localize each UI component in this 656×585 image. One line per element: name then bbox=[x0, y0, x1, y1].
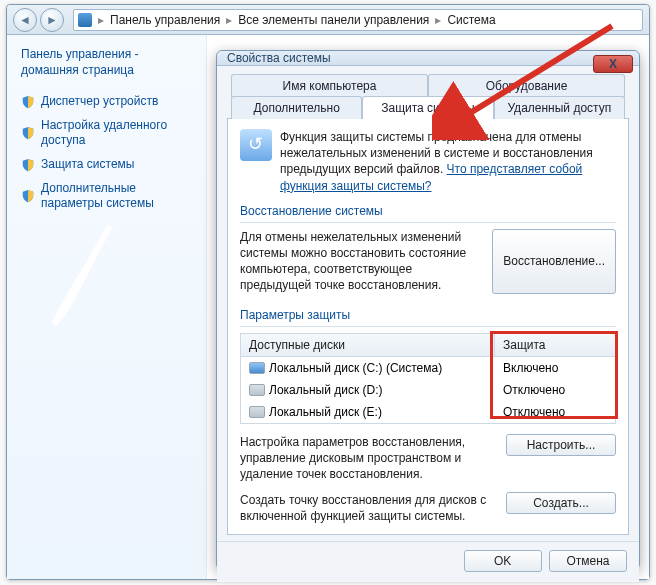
restore-description: Для отмены нежелательных изменений систе… bbox=[240, 229, 484, 294]
tab-strip: Имя компьютера Оборудование Дополнительн… bbox=[227, 74, 629, 119]
system-properties-dialog: Свойства системы X Имя компьютера Оборуд… bbox=[216, 50, 640, 570]
address-bar[interactable]: ▸ Панель управления ▸ Все элементы панел… bbox=[73, 9, 643, 31]
titlebar: ◄ ► ▸ Панель управления ▸ Все элементы п… bbox=[7, 5, 649, 35]
intro-row: Функция защиты системы предназначена для… bbox=[240, 129, 616, 194]
chevron-right-icon: ▸ bbox=[433, 13, 443, 27]
drive-table-header: Доступные диски Защита bbox=[241, 334, 615, 357]
dialog-body: Имя компьютера Оборудование Дополнительн… bbox=[217, 66, 639, 541]
chevron-right-icon: ▸ bbox=[96, 13, 106, 27]
chevron-right-icon: ▸ bbox=[224, 13, 234, 27]
tab-computer-name[interactable]: Имя компьютера bbox=[231, 74, 428, 97]
dialog-title: Свойства системы bbox=[227, 51, 331, 65]
sidebar-item-device-manager[interactable]: Диспетчер устройств bbox=[21, 94, 192, 109]
nav-back-button[interactable]: ◄ bbox=[13, 8, 37, 32]
restore-row: Для отмены нежелательных изменений систе… bbox=[240, 229, 616, 294]
create-description: Создать точку восстановления для дисков … bbox=[240, 492, 498, 524]
dialog-titlebar: Свойства системы X bbox=[217, 51, 639, 66]
tab-advanced[interactable]: Дополнительно bbox=[231, 96, 362, 119]
drive-status: Включено bbox=[495, 359, 615, 377]
drive-table: Доступные диски Защита Локальный диск (C… bbox=[240, 333, 616, 424]
drive-icon bbox=[249, 384, 265, 396]
tab-system-protection[interactable]: Защита системы bbox=[362, 96, 493, 119]
column-protection: Защита bbox=[495, 334, 615, 356]
restore-button[interactable]: Восстановление... bbox=[492, 229, 616, 294]
sidebar-item-remote[interactable]: Настройка удаленного доступа bbox=[21, 118, 192, 148]
configure-description: Настройка параметров восстановления, упр… bbox=[240, 434, 498, 483]
sidebar-item-system-protection[interactable]: Защита системы bbox=[21, 157, 192, 172]
sidebar-link: Дополнительные параметры системы bbox=[41, 181, 192, 211]
drive-name: Локальный диск (D:) bbox=[269, 383, 383, 397]
divider bbox=[240, 222, 616, 223]
tab-content: Функция защиты системы предназначена для… bbox=[227, 119, 629, 535]
restore-group-label: Восстановление системы bbox=[240, 204, 616, 218]
sidebar: Панель управления - домашняя страница Ди… bbox=[7, 35, 207, 579]
close-button[interactable]: X bbox=[593, 55, 633, 73]
table-row[interactable]: Локальный диск (D:) Отключено bbox=[241, 379, 615, 401]
create-row: Создать точку восстановления для дисков … bbox=[240, 492, 616, 524]
restore-icon bbox=[240, 129, 272, 161]
sidebar-title: Панель управления - домашняя страница bbox=[21, 47, 192, 78]
drive-status: Отключено bbox=[495, 403, 615, 421]
ok-button[interactable]: OK bbox=[464, 550, 542, 572]
breadcrumb-item[interactable]: Система bbox=[443, 13, 499, 27]
configure-row: Настройка параметров восстановления, упр… bbox=[240, 434, 616, 483]
intro-text: Функция защиты системы предназначена для… bbox=[280, 129, 616, 194]
protection-group-label: Параметры защиты bbox=[240, 308, 616, 322]
sidebar-link: Диспетчер устройств bbox=[41, 94, 158, 109]
table-row[interactable]: Локальный диск (C:) (Система) Включено bbox=[241, 357, 615, 379]
drive-status: Отключено bbox=[495, 381, 615, 399]
cancel-button[interactable]: Отмена bbox=[549, 550, 627, 572]
tab-remote-access[interactable]: Удаленный доступ bbox=[494, 96, 625, 119]
nav-forward-button[interactable]: ► bbox=[40, 8, 64, 32]
dialog-footer: OK Отмена bbox=[217, 541, 639, 582]
shield-icon bbox=[21, 189, 35, 203]
breadcrumb-item[interactable]: Все элементы панели управления bbox=[234, 13, 433, 27]
breadcrumb-item[interactable]: Панель управления bbox=[106, 13, 224, 27]
tab-hardware[interactable]: Оборудование bbox=[428, 74, 625, 97]
shield-icon bbox=[21, 158, 35, 172]
drive-icon bbox=[249, 362, 265, 374]
divider bbox=[240, 326, 616, 327]
configure-button[interactable]: Настроить... bbox=[506, 434, 616, 456]
drive-name: Локальный диск (E:) bbox=[269, 405, 382, 419]
sidebar-item-advanced[interactable]: Дополнительные параметры системы bbox=[21, 181, 192, 211]
sidebar-link: Настройка удаленного доступа bbox=[41, 118, 192, 148]
control-panel-icon bbox=[78, 13, 92, 27]
close-icon: X bbox=[609, 57, 617, 71]
drive-name: Локальный диск (C:) (Система) bbox=[269, 361, 442, 375]
sidebar-link: Защита системы bbox=[41, 157, 134, 172]
shield-icon bbox=[21, 95, 35, 109]
column-drives: Доступные диски bbox=[241, 334, 495, 356]
create-button[interactable]: Создать... bbox=[506, 492, 616, 514]
drive-icon bbox=[249, 406, 265, 418]
table-row[interactable]: Локальный диск (E:) Отключено bbox=[241, 401, 615, 423]
shield-icon bbox=[21, 126, 35, 140]
